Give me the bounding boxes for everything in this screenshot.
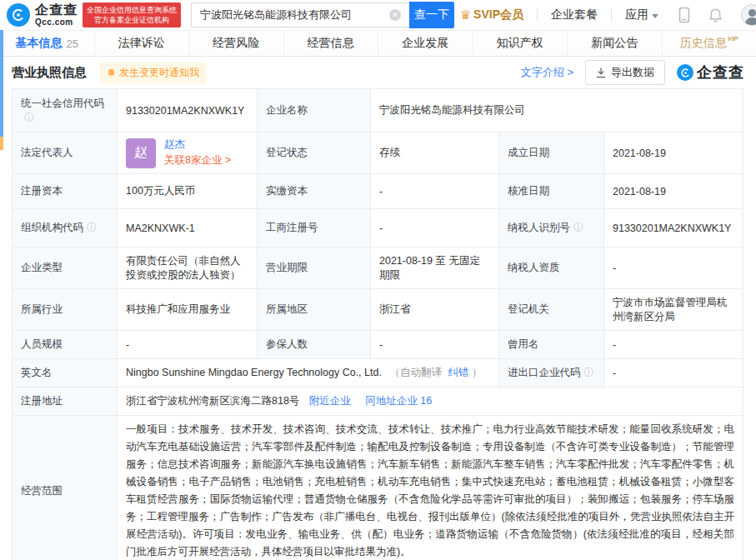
divider [611, 9, 612, 21]
tab-history-info[interactable]: 历史信息VIP [662, 31, 756, 56]
field-label: 注册资本 [13, 174, 118, 209]
tab-basic-info[interactable]: 基本信息25 [0, 31, 94, 56]
import-export-code-value: - [604, 359, 743, 388]
insured-count-value: - [371, 331, 499, 359]
field-label: 进出口企业代码 [508, 367, 581, 378]
info-icon[interactable]: ⓘ [573, 222, 583, 233]
field-label: 核准日期 [499, 174, 604, 209]
same-address-companies-link[interactable]: 同地址企业 16 [365, 395, 432, 407]
biz-reg-no-value: - [371, 209, 499, 248]
qcc-logo[interactable]: 企查查 Qcc.com [7, 3, 78, 27]
info-icon[interactable]: ⓘ [584, 367, 594, 378]
field-label: 英文名 [13, 359, 118, 388]
taxpayer-id-value: 91330201MA2KNXWK1Y [604, 209, 743, 248]
chevron-down-icon [652, 14, 658, 18]
field-label: 所属地区 [258, 289, 371, 331]
field-label: 纳税人资质 [499, 248, 604, 289]
staff-size-value: - [118, 331, 258, 359]
table-row: 人员规模 - 参保人数 - 曾用名 - [13, 331, 743, 359]
edge-widget-orange [0, 137, 3, 150]
field-label: 登记状态 [258, 132, 371, 174]
logo-name: 企查查 [35, 3, 78, 17]
mobile-app-icon[interactable] [678, 7, 690, 23]
field-label: 所属行业 [13, 289, 118, 331]
table-row: 注册资本 100万元人民币 实缴资本 - 核准日期 2021-08-19 [13, 174, 743, 209]
table-row: 法定代表人 赵 赵杰 关联8家企业 > 登记状态 存续 成立日期 2021-08… [13, 132, 743, 174]
tab-count: 25 [67, 38, 78, 50]
section-title: 营业执照信息 [12, 65, 87, 81]
reg-authority-value: 宁波市市场监督管理局杭州湾新区分局 [604, 289, 743, 331]
search-area: ✕ 查一下 [191, 2, 454, 28]
export-data-button[interactable]: 导出数据 [585, 60, 665, 85]
field-label: 统一社会信用代码 [21, 98, 104, 109]
tab-operation-risk[interactable]: 经营风险 [188, 31, 283, 56]
tab-intellectual-property[interactable]: 知识产权 [473, 31, 568, 56]
search-input[interactable] [191, 2, 409, 28]
company-name-value: 宁波阳光铭岛能源科技有限公司 [371, 89, 743, 132]
table-row: 企业类型 有限责任公司（非自然人投资或控股的法人独资） 营业期限 2021-08… [13, 248, 743, 289]
field-label: 成立日期 [499, 132, 604, 174]
download-icon [596, 68, 606, 78]
company-type-value: 有限责任公司（非自然人投资或控股的法人独资） [118, 248, 258, 289]
industry-value: 科技推广和应用服务业 [118, 289, 258, 331]
table-row: 统一社会信用代码ⓘ 91330201MA2KNXWK1Y 企业名称 宁波阳光铭岛… [13, 89, 743, 132]
field-label: 企业名称 [258, 89, 371, 132]
english-name-value: Ningbo Sunshine Mingdao Energy Technolog… [126, 367, 382, 378]
top-header: 企查查 Qcc.com 全国企业信用信息查询系统 官方备案企业证信机构 ✕ 查一… [0, 0, 756, 30]
company-nav-tabs: 基本信息25 法律诉讼 经营风险 经营信息 企业发展 知识产权 新闻公告 历史信… [0, 30, 756, 57]
vip-tag: VIP [728, 35, 738, 42]
info-icon[interactable]: ⓘ [24, 112, 34, 123]
table-row: 组织机构代码ⓘ MA2KNXWK-1 工商注册号 - 纳税人识别号ⓘ 91330… [13, 209, 743, 248]
field-label: 经营范围 [13, 416, 118, 560]
correction-link[interactable]: 纠错 [448, 367, 468, 378]
tab-company-development[interactable]: 企业发展 [378, 31, 473, 56]
reg-address-value: 浙江省宁波杭州湾新区滨海二路818号 [126, 395, 299, 407]
establish-date-value: 2021-08-19 [604, 132, 743, 174]
field-label: 登记机关 [499, 289, 604, 331]
qcc-logo-icon [677, 64, 693, 81]
info-icon[interactable]: ⓘ [87, 222, 97, 233]
related-companies-link[interactable]: 关联8家企业 > [164, 154, 231, 168]
reg-status-value: 存续 [371, 132, 499, 174]
auto-translate-note: （自动翻译 [389, 367, 442, 378]
user-avatar[interactable] [741, 4, 756, 26]
nearby-companies-link[interactable]: 附近企业 [309, 395, 351, 407]
notify-on-change-button[interactable]: 发生变更时通知我 [100, 62, 206, 83]
paid-capital-value: - [371, 174, 499, 209]
business-scope-value: 一般项目：技术服务、技术开发、技术咨询、技术交流、技术转让、技术推广；电力行业高… [126, 421, 734, 560]
qcc-watermark: 企查查 [677, 62, 744, 82]
field-label: 工商注册号 [258, 209, 371, 248]
apps-menu[interactable]: 应用 [625, 8, 658, 22]
text-intro-link[interactable]: 文字介绍 > [521, 65, 573, 80]
field-label: 人员规模 [13, 331, 118, 359]
field-label: 实缴资本 [258, 174, 371, 209]
legal-rep-name-link[interactable]: 赵杰 [164, 138, 231, 152]
edge-widget-blue [0, 30, 3, 137]
search-button[interactable]: 查一下 [409, 2, 454, 28]
field-label: 纳税人识别号 [508, 222, 570, 233]
notification-bell-icon[interactable] [708, 8, 723, 23]
approval-date-value: 2021-08-19 [604, 174, 743, 209]
logo-domain: Qcc.com [35, 18, 78, 27]
bell-icon [107, 68, 116, 78]
region-value: 浙江省 [371, 289, 499, 331]
field-label: 注册地址 [13, 388, 118, 416]
field-label: 组织机构代码 [21, 222, 83, 233]
table-row: 注册地址 浙江省宁波杭州湾新区滨海二路818号 附近企业 同地址企业 16 [13, 388, 743, 416]
credit-code-value: 91330201MA2KNXWK1Y [118, 89, 258, 132]
field-label: 法定代表人 [13, 132, 118, 174]
divider [537, 9, 538, 21]
field-label: 营业期限 [258, 248, 371, 289]
tab-operation-info[interactable]: 经营信息 [283, 31, 378, 56]
org-code-value: MA2KNXWK-1 [118, 209, 258, 248]
legal-rep-avatar[interactable]: 赵 [126, 138, 156, 168]
clear-search-icon[interactable]: ✕ [389, 9, 401, 21]
tab-legal-litigation[interactable]: 法律诉讼 [94, 31, 189, 56]
business-license-table: 统一社会信用代码ⓘ 91330201MA2KNXWK1Y 企业名称 宁波阳光铭岛… [12, 88, 743, 560]
field-label: 曾用名 [499, 331, 604, 359]
tab-news-announcements[interactable]: 新闻公告 [567, 31, 662, 56]
field-label: 企业类型 [13, 248, 118, 289]
svip-member-link[interactable]: ♛ SVIP会员 [460, 8, 523, 22]
table-row: 经营范围 一般项目：技术服务、技术开发、技术咨询、技术交流、技术转让、技术推广；… [13, 416, 743, 560]
enterprise-package-link[interactable]: 企业套餐 [551, 8, 598, 22]
